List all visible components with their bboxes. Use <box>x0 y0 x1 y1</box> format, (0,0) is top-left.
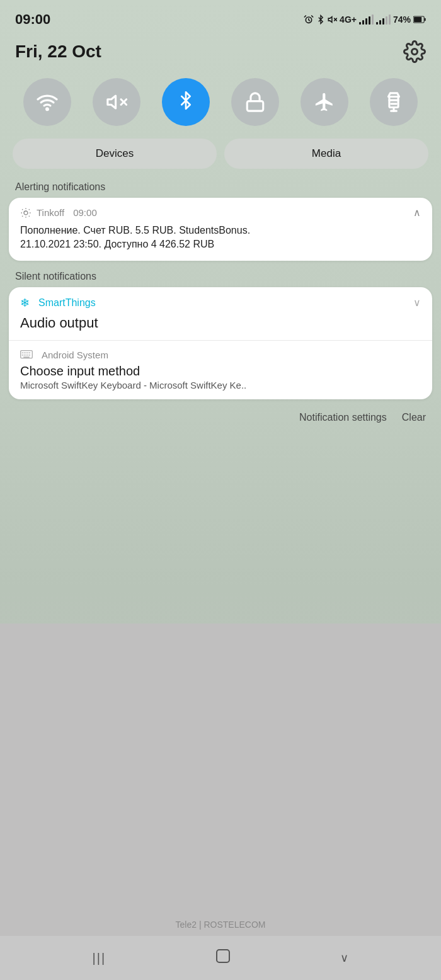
home-screen-area <box>0 624 441 936</box>
svg-point-8 <box>47 108 49 110</box>
wifi-toggle[interactable] <box>23 78 71 126</box>
svg-rect-5 <box>425 18 426 21</box>
carrier-text: Tele2 | ROSTELECOM <box>176 920 266 930</box>
sound-toggle[interactable] <box>93 78 140 126</box>
media-tab[interactable]: Media <box>224 139 428 169</box>
back-button[interactable]: ||| <box>93 951 106 966</box>
airplane-toggle[interactable] <box>301 78 348 126</box>
settings-icon[interactable] <box>403 40 426 63</box>
tinkoff-app-row: Tinkoff 09:00 <box>20 207 97 219</box>
smartthings-app-row: ❄ SmartThings <box>20 296 96 310</box>
svg-marker-9 <box>108 96 116 108</box>
signal-bars-2 <box>376 14 391 25</box>
bluetooth-toggle[interactable] <box>162 78 210 126</box>
status-time: 09:00 <box>15 11 50 28</box>
android-system-name: Android System <box>42 350 108 360</box>
status-icons: 4G+ 74% <box>304 14 426 25</box>
silent-notifications-card: ❄ SmartThings ∨ Audio output <box>9 287 432 399</box>
network-indicator: 4G+ <box>340 14 357 25</box>
android-system-app-row: Android System <box>20 350 421 360</box>
tab-row: Devices Media <box>0 136 441 179</box>
smartthings-chevron[interactable]: ∨ <box>413 297 421 309</box>
smartthings-title: Audio output <box>20 315 421 331</box>
tinkoff-notification[interactable]: Tinkoff 09:00 ∧ Пополнение. Счет RUB. 5.… <box>9 198 432 261</box>
alerting-section-label: Alerting notifications <box>0 179 441 198</box>
quick-toggles <box>0 73 441 136</box>
navigation-bar: ||| ∨ <box>0 936 441 980</box>
bluetooth-status-icon <box>316 14 325 25</box>
android-system-title: Choose input method <box>20 364 421 379</box>
notification-settings-button[interactable]: Notification settings <box>299 412 387 423</box>
tinkoff-body: Пополнение. Счет RUB. 5.5 RUB. StudentsB… <box>20 224 421 252</box>
svg-point-14 <box>24 211 28 215</box>
date-row: Fri, 22 Oct <box>0 35 441 73</box>
recents-button[interactable]: ∨ <box>340 951 348 965</box>
devices-tab[interactable]: Devices <box>13 139 217 169</box>
flashlight-toggle[interactable] <box>370 78 418 126</box>
smartthings-name: SmartThings <box>38 297 96 309</box>
smartthings-notification[interactable]: ❄ SmartThings ∨ Audio output <box>20 296 421 331</box>
android-system-notification[interactable]: Android System Choose input method Micro… <box>20 341 421 390</box>
status-bar: 09:00 4G+ 74% <box>0 0 441 35</box>
date-display: Fri, 22 Oct <box>15 42 101 62</box>
battery-percent: 74% <box>393 14 411 25</box>
svg-rect-12 <box>247 101 263 111</box>
smartthings-icon: ❄ <box>20 296 30 310</box>
action-row: Notification settings Clear <box>0 407 441 433</box>
battery-icon <box>413 15 426 24</box>
alarm-icon <box>304 14 314 25</box>
keyboard-icon <box>20 350 33 360</box>
home-button[interactable] <box>215 948 231 968</box>
svg-rect-6 <box>414 17 421 22</box>
tinkoff-time: 09:00 <box>73 207 97 218</box>
svg-marker-1 <box>328 17 332 23</box>
tinkoff-app-name: Tinkoff <box>37 207 64 218</box>
tinkoff-icon <box>20 207 32 219</box>
tinkoff-notif-header: Tinkoff 09:00 ∧ <box>20 207 421 219</box>
mute-status-icon <box>328 14 337 25</box>
screen-lock-toggle[interactable] <box>231 78 279 126</box>
tinkoff-chevron[interactable]: ∧ <box>413 207 421 219</box>
smartthings-header: ❄ SmartThings ∨ <box>20 296 421 310</box>
clear-button[interactable]: Clear <box>402 412 426 423</box>
svg-point-7 <box>412 49 418 55</box>
svg-rect-13 <box>389 97 398 108</box>
signal-bars-1 <box>359 14 374 25</box>
android-system-subtitle: Microsoft SwiftKey Keyboard - Microsoft … <box>20 380 421 390</box>
svg-rect-27 <box>217 950 229 962</box>
silent-section-label: Silent notifications <box>0 268 441 287</box>
